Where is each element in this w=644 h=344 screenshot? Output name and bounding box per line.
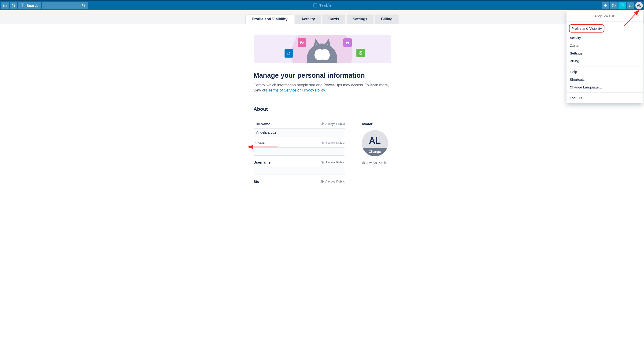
board-icon (20, 3, 24, 7)
always-public-tag: Always Public (320, 122, 345, 126)
menu-item-billing[interactable]: Billing (566, 57, 642, 65)
profile-tabs: Profile and VisibilityActivityCardsSetti… (0, 10, 644, 24)
svg-point-2 (6, 4, 6, 4)
svg-point-7 (5, 6, 6, 7)
page-title: Manage your personal information (254, 72, 390, 79)
globe-icon (320, 180, 324, 183)
tab-billing[interactable]: Billing (375, 14, 398, 24)
globe-icon (320, 122, 324, 125)
content-scroll[interactable]: Manage your personal information Control… (0, 24, 644, 344)
username-field: Username Always Public (254, 160, 345, 175)
global-header: Boards Trello AL (0, 0, 644, 10)
svg-point-20 (630, 5, 631, 6)
svg-line-12 (84, 6, 85, 7)
initials-input[interactable] (254, 147, 345, 156)
svg-point-19 (614, 4, 614, 5)
page-description: Control which information people see and… (254, 83, 390, 93)
tab-profile[interactable]: Profile and Visibility (246, 14, 294, 24)
home-icon[interactable] (10, 2, 17, 9)
create-button[interactable] (602, 2, 609, 9)
always-public-tag: Always Public (320, 161, 345, 164)
globe-icon (320, 141, 324, 145)
lock-icon (284, 49, 293, 57)
avatar-change-label: Change (362, 148, 388, 156)
lock-icon (343, 38, 352, 47)
gear-icon (628, 3, 633, 7)
svg-point-5 (6, 5, 6, 6)
avatar-label: Avatar (362, 122, 390, 126)
menu-item-activity[interactable]: Activity (566, 34, 642, 42)
account-menu-title: Angelica Luz ✕ (566, 11, 642, 21)
tab-activity[interactable]: Activity (295, 14, 321, 24)
svg-point-8 (6, 6, 6, 7)
account-menu: Angelica Luz ✕ Profile and VisibilityAct… (566, 11, 642, 103)
initials-field: Initials Always Public (254, 141, 345, 156)
info-button[interactable] (610, 2, 618, 9)
svg-point-11 (82, 4, 84, 6)
search-icon (82, 3, 86, 7)
board-icon (313, 3, 318, 8)
username-input[interactable] (254, 167, 345, 175)
search-input[interactable] (42, 2, 88, 9)
initials-label: Initials (254, 141, 265, 145)
menu-item-lang[interactable]: Change Language… (566, 83, 642, 91)
menu-item-help[interactable]: Help (566, 68, 642, 76)
full-name-input[interactable] (254, 128, 345, 136)
header-left: Boards (1, 2, 88, 9)
menu-item-logout[interactable]: Log Out (566, 94, 642, 102)
close-icon[interactable]: ✕ (635, 13, 640, 20)
notifications-button[interactable] (618, 2, 626, 9)
avatar-change-button[interactable]: AL Change (362, 130, 388, 156)
apps-icon[interactable] (1, 2, 9, 9)
hero-illustration (254, 35, 390, 63)
username-label: Username (254, 160, 271, 164)
full-name-field: Full Name Always Public (254, 122, 345, 136)
settings-button[interactable] (627, 2, 634, 9)
svg-rect-22 (346, 42, 348, 44)
about-heading: About (254, 106, 390, 115)
svg-point-4 (5, 5, 6, 6)
tab-settings[interactable]: Settings (346, 14, 374, 24)
menu-item-shortcuts[interactable]: Shortcuts (566, 76, 642, 83)
trello-logo[interactable]: Trello (313, 3, 331, 8)
about-grid: Full Name Always Public Initials Always (254, 122, 390, 183)
plus-icon (603, 3, 608, 7)
bio-field: Bio Always Public (254, 179, 345, 183)
avatar-button[interactable]: AL (635, 2, 643, 9)
dribbble-icon (356, 49, 365, 57)
bell-icon (620, 3, 624, 7)
always-public-tag: Always Public (320, 180, 345, 183)
globe-icon (320, 161, 324, 164)
dribbble-icon (298, 38, 306, 47)
boards-button[interactable]: Boards (18, 2, 41, 9)
globe-icon (362, 161, 365, 165)
tab-cards[interactable]: Cards (322, 14, 345, 24)
tos-link[interactable]: Terms of Service (268, 88, 296, 92)
svg-point-0 (3, 4, 4, 4)
svg-point-1 (5, 4, 6, 4)
header-right: AL (602, 2, 643, 9)
bio-label: Bio (254, 179, 259, 183)
full-name-label: Full Name (254, 122, 270, 126)
always-public-tag: Always Public (320, 141, 345, 145)
svg-point-6 (3, 6, 4, 7)
privacy-link[interactable]: Privacy Policy (302, 88, 325, 92)
always-public-tag: Always Public (362, 161, 390, 165)
svg-rect-23 (288, 53, 290, 55)
menu-item-profile[interactable]: Profile and Visibility (569, 24, 604, 32)
info-icon (612, 3, 616, 7)
menu-item-cards[interactable]: Cards (566, 42, 642, 49)
menu-item-settings[interactable]: Settings (566, 49, 642, 57)
boards-label: Boards (26, 3, 39, 7)
svg-point-3 (3, 5, 4, 6)
content: Manage your personal information Control… (254, 24, 390, 344)
